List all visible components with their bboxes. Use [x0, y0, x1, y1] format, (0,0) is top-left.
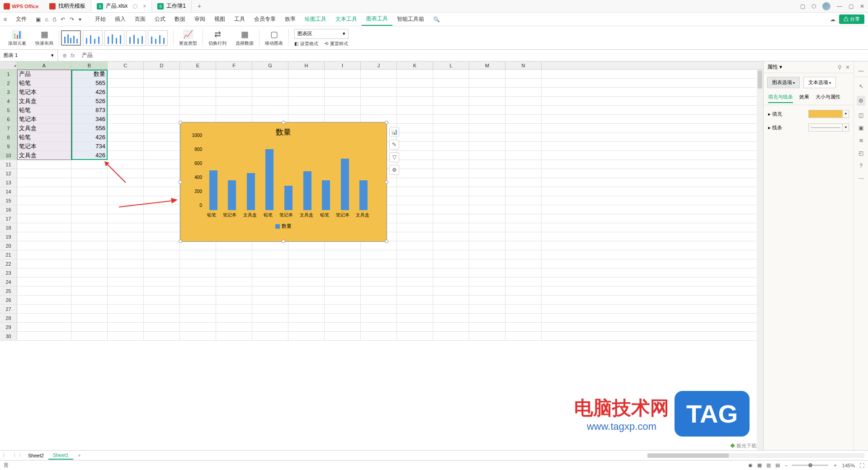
cell[interactable] — [505, 323, 542, 331]
cell[interactable]: 笔记本 — [17, 88, 71, 96]
cell[interactable] — [252, 106, 288, 114]
cell[interactable] — [17, 160, 71, 169]
cell[interactable]: 文具盒 — [17, 97, 71, 105]
cell[interactable] — [144, 223, 180, 232]
filter-tool-icon[interactable]: ≋ — [859, 137, 863, 144]
collapse-icon[interactable]: — — [854, 65, 868, 77]
cell[interactable] — [144, 268, 180, 277]
cell[interactable] — [325, 277, 361, 286]
row-header[interactable]: 2 — [0, 79, 17, 87]
cell[interactable] — [505, 214, 542, 223]
col-header-e[interactable]: E — [180, 61, 216, 69]
cell[interactable] — [216, 305, 252, 313]
cell[interactable] — [433, 151, 469, 160]
sheet-tab-2[interactable]: Sheet2 — [24, 452, 48, 459]
cell[interactable] — [505, 142, 542, 150]
spreadsheet-grid[interactable]: A B C D E F G H I J K L M N 1产品数量2铅笔5653… — [0, 61, 763, 450]
menu-data[interactable]: 数据 — [170, 14, 190, 25]
cell[interactable] — [433, 314, 469, 322]
cell[interactable] — [144, 305, 180, 313]
cell[interactable] — [397, 277, 433, 286]
cell[interactable] — [180, 259, 216, 268]
chart-settings-button[interactable]: ⚙ — [389, 165, 399, 175]
cell[interactable] — [71, 169, 108, 178]
cell[interactable] — [216, 106, 252, 114]
chart-style-4[interactable] — [126, 30, 146, 46]
select-tool-icon[interactable]: ↖ — [859, 83, 863, 89]
pin-icon[interactable]: ⚲ — [838, 64, 842, 70]
cell[interactable] — [469, 241, 505, 250]
cell[interactable] — [288, 79, 325, 87]
cell[interactable] — [17, 296, 71, 304]
cell[interactable] — [469, 151, 505, 160]
row-header[interactable]: 24 — [0, 277, 17, 286]
cell[interactable] — [469, 214, 505, 223]
cell[interactable] — [288, 88, 325, 96]
cell[interactable] — [469, 323, 505, 331]
cell[interactable] — [180, 314, 216, 322]
cell[interactable] — [433, 196, 469, 205]
chart-bar[interactable] — [265, 149, 274, 210]
row-header[interactable]: 8 — [0, 133, 17, 141]
cell[interactable] — [469, 314, 505, 322]
cell[interactable] — [71, 277, 108, 286]
cell[interactable]: 426 — [71, 151, 108, 160]
menu-tools[interactable]: 工具 — [230, 14, 250, 25]
row-header[interactable]: 25 — [0, 287, 17, 295]
col-header-n[interactable]: N — [505, 61, 542, 69]
cell[interactable]: 873 — [71, 106, 108, 114]
cell[interactable] — [433, 205, 469, 214]
cell[interactable] — [361, 79, 397, 87]
cell[interactable] — [505, 277, 542, 286]
cell[interactable] — [325, 305, 361, 313]
resize-handle[interactable] — [385, 240, 388, 243]
cell[interactable] — [505, 187, 542, 196]
subtab-effect[interactable]: 效果 — [799, 94, 809, 103]
cell[interactable] — [433, 79, 469, 87]
cell[interactable] — [216, 250, 252, 259]
chart-bar[interactable] — [359, 180, 368, 210]
cell[interactable] — [397, 115, 433, 123]
cell[interactable] — [505, 196, 542, 205]
row-header[interactable]: 29 — [0, 323, 17, 331]
cell[interactable] — [397, 296, 433, 304]
search-icon[interactable]: 🔍 — [429, 14, 444, 24]
cell[interactable]: 556 — [71, 124, 108, 132]
cell[interactable] — [108, 106, 144, 114]
subtab-size[interactable]: 大小与属性 — [816, 94, 840, 103]
sheet-tab-1[interactable]: Sheet1 — [48, 451, 73, 460]
cell[interactable] — [433, 106, 469, 114]
chart-bar[interactable] — [322, 180, 330, 210]
tab-workbook1[interactable]: S工作簿1 — [152, 0, 192, 12]
cell[interactable] — [108, 97, 144, 105]
cell[interactable] — [252, 277, 288, 286]
cell[interactable] — [361, 97, 397, 105]
cell[interactable] — [397, 151, 433, 160]
chart-bar[interactable] — [228, 180, 236, 210]
cell[interactable] — [288, 296, 325, 304]
row-header[interactable]: 17 — [0, 214, 17, 223]
cell[interactable] — [252, 70, 288, 78]
cell[interactable] — [71, 241, 108, 250]
cell[interactable] — [397, 241, 433, 250]
cell[interactable] — [108, 70, 144, 78]
ribbon-select-data[interactable]: ▦选择数据 — [232, 29, 259, 47]
cell[interactable] — [17, 223, 71, 232]
horizontal-scrollbar[interactable] — [647, 453, 864, 458]
sheet-next-icon[interactable]: 〉 — [19, 452, 24, 459]
cell[interactable] — [433, 124, 469, 132]
cell[interactable] — [180, 268, 216, 277]
cell[interactable] — [108, 88, 144, 96]
menu-member[interactable]: 会员专享 — [250, 14, 280, 25]
cell[interactable] — [216, 241, 252, 250]
cell[interactable] — [397, 106, 433, 114]
tab-product[interactable]: S产品.xlsx× — [91, 0, 152, 12]
cell[interactable] — [469, 106, 505, 114]
cell[interactable] — [180, 88, 216, 96]
cell[interactable] — [144, 232, 180, 241]
cell[interactable] — [361, 70, 397, 78]
cell[interactable] — [433, 70, 469, 78]
menu-start[interactable]: 开始 — [90, 14, 110, 25]
row-header[interactable]: 23 — [0, 268, 17, 277]
row-header[interactable]: 20 — [0, 241, 17, 250]
